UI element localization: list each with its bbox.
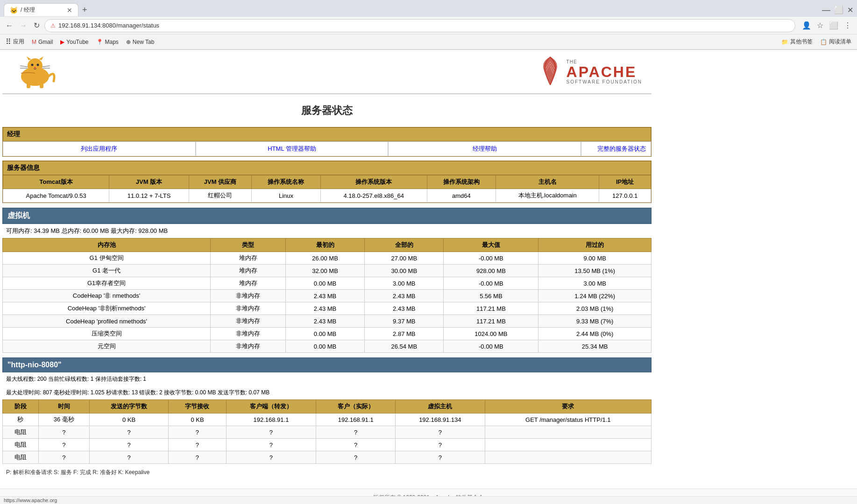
memory-header-cell: 内存池: [3, 238, 211, 252]
connector-data-cell: ?: [226, 439, 316, 451]
memory-data-cell: 堆内存: [211, 277, 286, 290]
youtube-bookmark[interactable]: ▶ YouTube: [58, 38, 90, 46]
address-bar[interactable]: ⚠ 192.168.91.134:8080/manager/status: [44, 19, 795, 32]
connector-data-cell: 电阻: [3, 451, 39, 464]
html-help-cell[interactable]: HTML 管理器帮助: [196, 141, 389, 156]
connector-table-row: 秒36 毫秒0 KB0 KB192.168.91.1192.168.91.119…: [3, 413, 652, 426]
connector-data-cell: ?: [169, 439, 226, 451]
list-apps-cell[interactable]: 列出应用程序: [3, 141, 196, 156]
forward-button[interactable]: →: [18, 20, 29, 32]
memory-data-cell: 9.33 MB (7%): [538, 315, 652, 328]
connector-header-cell: 虚拟主机: [395, 400, 485, 413]
memory-data-cell: 非堆内存: [211, 315, 286, 328]
memory-data-cell: G1幸存者空间: [3, 277, 211, 290]
reload-button[interactable]: ↻: [32, 19, 42, 32]
folder-icon: 📁: [781, 39, 788, 45]
list-apps-link[interactable]: 列出应用程序: [81, 145, 117, 152]
manager-help-link[interactable]: 经理帮助: [473, 145, 497, 152]
newtab-bookmark[interactable]: ⊕ New Tab: [124, 38, 156, 46]
memory-header-cell: 类型: [211, 238, 286, 252]
server-info-header-cell: IP地址: [599, 175, 651, 189]
gmail-bookmark[interactable]: M Gmail: [30, 38, 55, 46]
vm-info-text: 可用内存: 34.39 MB 总内存: 60.00 MB 最大内存: 928.0…: [2, 224, 652, 238]
memory-table-row: CodeHeap 'profiled nmethods'非堆内存2.43 MB9…: [3, 315, 652, 328]
html-help-link[interactable]: HTML 管理器帮助: [268, 145, 316, 152]
window-close-button[interactable]: ✕: [847, 6, 853, 14]
memory-data-cell: -0.00 MB: [444, 340, 538, 353]
tomcat-logo: [12, 56, 58, 88]
memory-data-cell: 9.00 MB: [538, 252, 652, 265]
tab-close-button[interactable]: ✕: [67, 7, 72, 14]
connector-data-cell: 192.168.91.134: [395, 413, 485, 426]
star-button[interactable]: ☆: [815, 19, 825, 32]
profile-button[interactable]: 👤: [800, 19, 813, 32]
memory-data-cell: 2.03 MB (1%): [538, 302, 652, 315]
gmail-icon: M: [32, 39, 36, 45]
other-bookmarks[interactable]: 📁 其他书签: [779, 37, 815, 47]
max-memory: 928.00 MB: [138, 227, 168, 234]
memory-data-cell: 2.87 MB: [365, 328, 444, 340]
memory-data-cell: G1 伊甸空间: [3, 252, 211, 265]
server-info-data-cell: Apache Tomcat/9.0.53: [3, 189, 109, 203]
memory-header-cell: 最初的: [285, 238, 364, 252]
full-status-link[interactable]: 完整的服务器状态: [597, 145, 646, 152]
reading-list-icon: 📋: [820, 39, 827, 45]
connector-data-cell: [485, 439, 651, 451]
connector-data-cell: ?: [169, 451, 226, 464]
server-info-data-cell: 本地主机.localdomain: [496, 189, 599, 203]
memory-table-row: CodeHeap '非 nmethods'非堆内存2.43 MB2.43 MB5…: [3, 290, 652, 302]
connector-data-cell: ?: [89, 426, 169, 439]
connector-data-cell: ?: [38, 439, 89, 451]
svg-point-6: [34, 67, 36, 68]
connector-header-cell: 客户端（转发）: [226, 400, 316, 413]
back-button[interactable]: ←: [4, 20, 15, 32]
new-tab-button[interactable]: +: [78, 5, 91, 15]
memory-data-cell: 0.00 MB: [285, 328, 364, 340]
memory-data-cell: -0.00 MB: [444, 252, 538, 265]
connector-data-cell: ?: [89, 439, 169, 451]
manager-help-cell[interactable]: 经理帮助: [388, 141, 581, 156]
memory-table-row: G1 老一代堆内存32.00 MB30.00 MB928.00 MB13.50 …: [3, 265, 652, 277]
reading-list[interactable]: 📋 阅读清单: [818, 37, 853, 47]
memory-data-cell: G1 老一代: [3, 265, 211, 277]
memory-header-cell: 全部的: [365, 238, 444, 252]
svg-rect-11: [27, 84, 30, 88]
menu-button[interactable]: ⋮: [842, 19, 853, 32]
connector-table-row: 电阻??????: [3, 439, 652, 451]
active-tab[interactable]: 🐱 / 经理 ✕: [4, 3, 78, 16]
memory-data-cell: 2.43 MB: [285, 302, 364, 315]
status-bar-url: https://www.apache.org: [4, 497, 57, 503]
server-info-header: 服务器信息: [3, 161, 651, 175]
svg-line-9: [42, 66, 50, 67]
memory-table-row: 压缩类空间非堆内存0.00 MB2.87 MB1024.00 MB2.44 MB…: [3, 328, 652, 340]
server-info-header-cell: 操作系统版本: [320, 175, 427, 189]
memory-table-row: G1幸存者空间堆内存0.00 MB3.00 MB-0.00 MB3.00 MB: [3, 277, 652, 290]
memory-data-cell: 元空间: [3, 340, 211, 353]
connector-data-cell: GET /manager/status HTTP/1.1: [485, 413, 651, 426]
youtube-label: YouTube: [66, 39, 88, 45]
youtube-icon: ▶: [60, 39, 64, 45]
free-memory: 34.39 MB: [34, 227, 60, 234]
memory-table-row: G1 伊甸空间堆内存26.00 MB27.00 MB-0.00 MB9.00 M…: [3, 252, 652, 265]
extension-button[interactable]: ⬜: [827, 19, 840, 32]
connector-data-cell: ?: [38, 426, 89, 439]
memory-data-cell: CodeHeap 'profiled nmethods': [3, 315, 211, 328]
memory-data-cell: CodeHeap '非剖析nmethods': [3, 302, 211, 315]
connector-data-cell: ?: [395, 426, 485, 439]
connector-data-cell: 0 KB: [169, 413, 226, 426]
memory-data-cell: 2.43 MB: [365, 302, 444, 315]
full-status-cell[interactable]: 完整的服务器状态: [581, 141, 651, 156]
window-maximize-button[interactable]: ⬜: [834, 6, 843, 14]
connector-data-cell: ?: [89, 451, 169, 464]
window-minimize-button[interactable]: —: [822, 5, 830, 15]
connector-info1: 最大线程数: 200 当前忙碌线程数: 1 保持活动套接字数: 1: [2, 372, 652, 386]
maps-bookmark[interactable]: 📍 Maps: [94, 38, 120, 46]
connector-data-cell: ?: [226, 451, 316, 464]
tab-favicon: 🐱: [10, 7, 18, 14]
connector-header-cell: 发送的字节数: [89, 400, 169, 413]
memory-data-cell: 30.00 MB: [365, 265, 444, 277]
connector-header-cell: 客户（实际）: [316, 400, 396, 413]
connector-data-cell: 电阻: [3, 426, 39, 439]
apps-bookmark[interactable]: ⠿ 应用: [4, 36, 26, 47]
memory-data-cell: 非堆内存: [211, 302, 286, 315]
